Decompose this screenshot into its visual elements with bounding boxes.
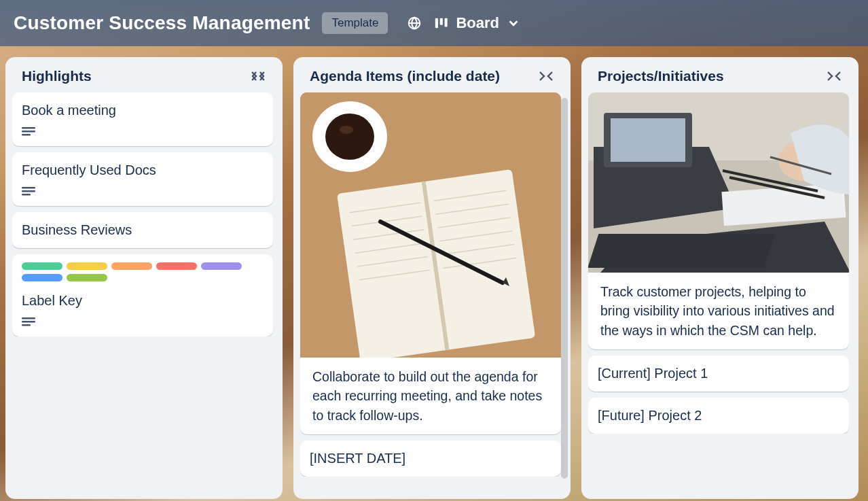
- list-projects-initiatives: Projects/Initiatives: [581, 57, 858, 499]
- card-title: [Current] Project 1: [598, 364, 839, 383]
- card-cover-image: [300, 92, 561, 358]
- card-badges: [22, 127, 264, 138]
- description-icon: [22, 127, 35, 138]
- board-view-icon: [434, 16, 449, 30]
- card-labels: [22, 262, 264, 281]
- card-cover-image: [588, 92, 849, 273]
- board-canvas[interactable]: Highlights Book a meeting Frequentl: [0, 46, 868, 501]
- svg-rect-12: [22, 324, 31, 326]
- card[interactable]: [Current] Project 1: [588, 356, 849, 392]
- chevron-down-icon: [506, 16, 521, 31]
- collapse-list-icon[interactable]: [538, 70, 554, 82]
- collapse-list-icon[interactable]: [250, 70, 266, 82]
- card-title: Book a meeting: [22, 101, 264, 120]
- label-orange[interactable]: [111, 262, 152, 270]
- list-cards: Book a meeting Frequently Used Docs Busi…: [12, 92, 276, 336]
- svg-rect-40: [588, 234, 775, 268]
- svg-rect-10: [22, 317, 35, 319]
- card[interactable]: Book a meeting: [12, 92, 273, 146]
- svg-rect-7: [22, 187, 35, 189]
- list-cards: Collaborate to build out the agenda for …: [300, 92, 564, 477]
- card-title: Frequently Used Docs: [22, 160, 264, 180]
- card[interactable]: Collaborate to build out the agenda for …: [300, 92, 561, 434]
- list-cards: Track customer projects, helping to brin…: [588, 92, 852, 434]
- board-header: Customer Success Management Template Boa…: [0, 0, 868, 46]
- svg-point-16: [325, 114, 374, 160]
- board-title[interactable]: Customer Success Management: [14, 12, 310, 34]
- label-blue[interactable]: [22, 274, 62, 281]
- list-title[interactable]: Projects/Initiatives: [598, 68, 724, 84]
- svg-rect-9: [22, 194, 31, 196]
- card-title: [INSERT DATE]: [310, 449, 551, 468]
- svg-rect-8: [22, 190, 35, 192]
- svg-point-17: [340, 126, 353, 134]
- svg-rect-6: [22, 134, 31, 136]
- globe-icon[interactable]: [407, 16, 422, 31]
- card[interactable]: Frequently Used Docs: [12, 152, 273, 206]
- card-title: [Future] Project 2: [598, 406, 839, 426]
- card[interactable]: Track customer projects, helping to brin…: [588, 92, 849, 349]
- svg-rect-5: [22, 131, 35, 133]
- description-icon: [22, 187, 35, 198]
- list-highlights: Highlights Book a meeting Frequentl: [5, 57, 283, 499]
- collapse-list-icon[interactable]: [826, 70, 842, 82]
- svg-rect-11: [22, 321, 35, 323]
- list-title[interactable]: Agenda Items (include date): [310, 68, 500, 84]
- card[interactable]: [INSERT DATE]: [300, 440, 561, 477]
- list-scrollbar[interactable]: [561, 98, 568, 485]
- label-lime[interactable]: [67, 274, 107, 281]
- card[interactable]: [Future] Project 2: [588, 398, 849, 434]
- card[interactable]: Label Key: [12, 254, 273, 336]
- svg-rect-1: [435, 18, 438, 29]
- card-title: Track customer projects, helping to brin…: [588, 273, 849, 343]
- svg-rect-2: [440, 18, 443, 25]
- label-yellow[interactable]: [67, 262, 107, 270]
- card-title: Label Key: [22, 291, 264, 311]
- list-header: Highlights: [12, 64, 276, 92]
- template-badge[interactable]: Template: [322, 12, 388, 34]
- list-title[interactable]: Highlights: [22, 68, 92, 84]
- card-title: Business Reviews: [22, 220, 264, 240]
- svg-rect-38: [611, 118, 685, 162]
- list-header: Agenda Items (include date): [300, 64, 564, 92]
- label-green[interactable]: [22, 262, 62, 270]
- svg-rect-4: [22, 127, 35, 129]
- list-header: Projects/Initiatives: [588, 64, 852, 92]
- view-label: Board: [456, 14, 499, 32]
- description-icon: [22, 317, 35, 328]
- label-purple[interactable]: [201, 262, 242, 270]
- view-switcher[interactable]: Board: [434, 14, 521, 32]
- list-agenda-items: Agenda Items (include date): [293, 57, 571, 499]
- card-title: Collaborate to build out the agenda for …: [300, 358, 561, 428]
- card-badges: [22, 317, 264, 328]
- label-red[interactable]: [156, 262, 197, 270]
- svg-rect-3: [445, 18, 448, 27]
- card-badges: [22, 187, 264, 198]
- card[interactable]: Business Reviews: [12, 212, 273, 248]
